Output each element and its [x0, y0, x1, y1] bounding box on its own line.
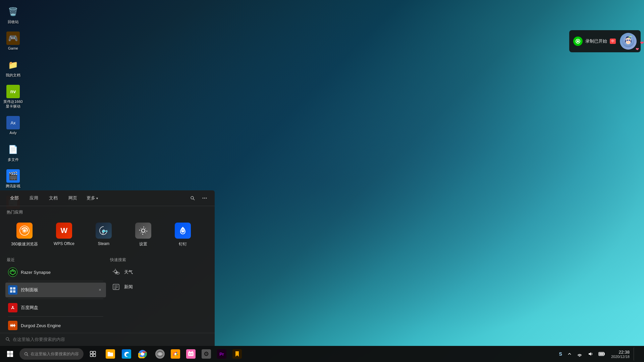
desktop-icon-tencent[interactable]: 🎬 腾讯影视 — [2, 168, 24, 190]
systray-expand-btn[interactable] — [566, 351, 574, 357]
taskbar-palette[interactable] — [168, 347, 183, 361]
taskbar-app-explorer[interactable] — [103, 347, 118, 361]
taskbar-pinned-apps: ⚙ Pr — [153, 347, 245, 361]
show-desktop-btn[interactable] — [634, 347, 639, 361]
ellipsis-icon — [202, 196, 207, 200]
task-view-btn[interactable] — [86, 347, 100, 361]
razer-icon — [8, 267, 17, 277]
taskbar-clock[interactable]: 22:38 2020/12/18 — [608, 349, 632, 359]
tab-more[interactable]: 更多 ▾ — [83, 193, 101, 203]
quick-search-weather[interactable]: 天气 — [109, 265, 209, 280]
game-label: Game — [8, 46, 18, 51]
svg-rect-20 — [10, 287, 12, 290]
start-button[interactable] — [3, 347, 17, 361]
systray-volume[interactable] — [586, 350, 595, 358]
svg-point-10 — [203, 198, 204, 199]
razer-logo-icon — [9, 269, 16, 276]
svg-point-5 — [629, 40, 630, 41]
controlpanel-close-btn[interactable]: × — [97, 287, 103, 293]
settings-icon — [135, 223, 151, 239]
start-menu: 全部 应用 文档 网页 更多 ▾ — [0, 190, 215, 346]
svg-point-16 — [103, 230, 105, 233]
svg-point-8 — [191, 196, 194, 199]
systray-battery[interactable] — [596, 350, 607, 358]
taskbar-left: 在这里输入你要搜索的内容 — [3, 347, 100, 361]
taskbar-settings[interactable]: ⚙ — [199, 347, 214, 361]
quick-search-news[interactable]: 新闻 — [109, 280, 209, 294]
desktop-icon-nvidia[interactable]: nv 英伟达1660 显卡驱动 — [2, 83, 24, 111]
systray-steam[interactable]: S — [557, 350, 564, 358]
recording-icon — [573, 37, 583, 46]
search-input-placeholder[interactable]: 在这里输入你要搜索的内容 — [13, 337, 209, 343]
recycle-bin-label: 回收站 — [8, 19, 19, 24]
taskbar-search[interactable]: 在这里输入你要搜索的内容 — [19, 348, 84, 360]
svg-rect-42 — [7, 351, 10, 354]
divider-1 — [8, 281, 103, 281]
svg-rect-23 — [13, 290, 15, 293]
taskbar-app-edge[interactable] — [119, 347, 134, 361]
hot-app-steam[interactable]: Steam — [85, 219, 123, 251]
edge-icon — [122, 349, 131, 359]
settings-taskbar-icon: ⚙ — [202, 349, 211, 359]
recent-item-durgod[interactable]: Durgod Zeus Engine — [5, 318, 106, 333]
dingding-icon — [175, 223, 191, 239]
svg-point-62 — [176, 354, 178, 355]
desktop-icon-documents[interactable]: 📁 我的文档 — [2, 57, 24, 79]
desktop-icon-recycle[interactable]: 🗑️ 回收站 — [2, 3, 24, 26]
tab-docs[interactable]: 文档 — [44, 193, 62, 203]
svg-rect-66 — [188, 352, 194, 356]
settings-label: 设置 — [139, 241, 147, 247]
hot-app-wps[interactable]: W WPS Office — [45, 219, 83, 251]
hot-app-settings[interactable]: 设置 — [124, 219, 162, 251]
recent-item-razer[interactable]: Razer Synapse — [5, 265, 106, 280]
chrome-logo-icon — [138, 350, 147, 358]
desktop-icon-game[interactable]: 🎮 Game — [2, 30, 24, 52]
taskbar-app-chrome[interactable] — [135, 347, 150, 361]
weather-icon — [111, 267, 121, 277]
taskbar-bilibili[interactable] — [183, 347, 198, 361]
desktop-icon-moredocs[interactable]: 📄 多文件 — [2, 141, 24, 164]
tab-all[interactable]: 全部 — [5, 193, 23, 203]
hearts-decoration: ❤ — [640, 40, 644, 46]
recent-column: 最近 Razer Synapse — [5, 255, 106, 333]
360-logo-icon — [19, 225, 30, 236]
desktop: 🗑️ 回收站 🎮 Game 📁 我的文档 nv 英伟达1660 显卡驱动 Ax … — [0, 0, 644, 362]
wps-label: WPS Office — [54, 241, 74, 246]
svg-point-65 — [174, 353, 176, 355]
recent-item-baidu[interactable]: 百度网盘 — [5, 300, 106, 315]
controlpanel-icon — [8, 285, 17, 295]
svg-point-11 — [204, 198, 205, 199]
systray-network[interactable] — [575, 350, 584, 358]
documents-icon: 📁 — [6, 58, 20, 72]
tab-search-icon-btn[interactable] — [188, 193, 197, 203]
gamepad-icon — [156, 350, 164, 358]
svg-point-64 — [173, 354, 174, 356]
tab-more-options-btn[interactable] — [200, 193, 209, 203]
moredocs-label: 多文件 — [8, 157, 19, 162]
tencent-label: 腾讯影视 — [6, 184, 20, 188]
desktop-icon-axly[interactable]: Ax Axly — [2, 114, 24, 137]
clock-date: 2020/12/18 — [611, 355, 630, 359]
svg-point-17 — [142, 229, 145, 232]
tab-web[interactable]: 网页 — [64, 193, 82, 203]
taskbar-bookmark[interactable] — [230, 347, 245, 361]
svg-point-25 — [12, 306, 13, 307]
taskbar-game-controller[interactable] — [153, 347, 167, 361]
360browser-label: 360极速浏览器 — [11, 241, 38, 247]
recording-text: 录制已开始 — [585, 38, 607, 44]
svg-point-46 — [25, 352, 28, 355]
recent-item-controlpanel[interactable]: 控制面板 × — [5, 283, 106, 297]
news-icon — [111, 282, 121, 292]
svg-rect-48 — [90, 351, 93, 354]
svg-rect-22 — [10, 290, 12, 293]
nvidia-icon: nv — [6, 85, 20, 98]
taskbar-premiere[interactable]: Pr — [214, 347, 229, 361]
premiere-icon: Pr — [217, 349, 226, 359]
explorer-icon — [106, 349, 115, 359]
avatar — [620, 33, 637, 50]
hot-app-dingding[interactable]: 钉钉 — [164, 219, 202, 251]
record-dot-icon — [575, 39, 581, 44]
tab-apps[interactable]: 应用 — [25, 193, 43, 203]
chevron-up-icon — [568, 352, 572, 356]
hot-app-360browser[interactable]: 360极速浏览器 — [5, 219, 44, 251]
